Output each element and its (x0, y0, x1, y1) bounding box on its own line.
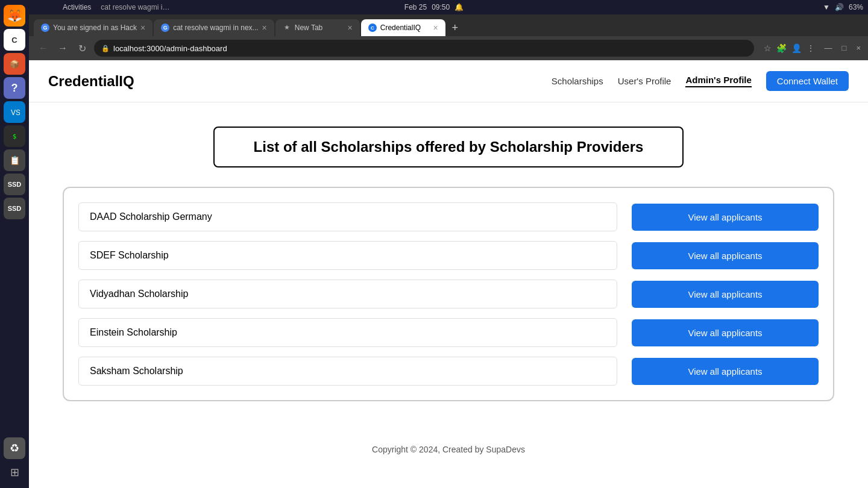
scholarship-row: SDEF ScholarshipView all applicants (78, 241, 819, 270)
back-button[interactable]: ← (36, 43, 51, 54)
bookmark-star-icon[interactable]: ☆ (764, 43, 772, 53)
maximize-button[interactable]: □ (842, 43, 847, 53)
main-wrapper: Activities cat resolve wagmi in nex... F… (29, 0, 868, 474)
tab-signed-in[interactable]: G You are signed in as Hack × (34, 19, 153, 36)
nav-user-profile[interactable]: User's Profile (618, 76, 671, 86)
tab-label-1: You are signed in as Hack (53, 23, 137, 32)
taskbar-files[interactable]: 📋 (4, 149, 25, 171)
url-display: localhost:3000/admin-dashboard (113, 44, 227, 53)
wifi-icon: ▼ (823, 3, 830, 11)
tab-favicon-2: G (161, 23, 169, 32)
datetime-display: Feb 25 09:50 🔔 (404, 3, 464, 11)
minimize-button[interactable]: — (825, 43, 832, 53)
tab-close-2[interactable]: × (262, 23, 267, 33)
scholarship-name-4: Saksham Scholarship (78, 357, 617, 386)
browser-addressbar: ← → ↻ 🔒 localhost:3000/admin-dashboard ☆… (29, 36, 868, 60)
tab-new[interactable]: ★ New Tab × (275, 19, 360, 36)
taskbar-software-center[interactable]: 📦 (4, 53, 25, 75)
os-taskbar: 🦊 C 📦 ? VS $ 📋 SSD SSD ♻ ⊞ (0, 0, 29, 474)
system-topbar-left: Activities cat resolve wagmi in nex... (63, 3, 173, 11)
date-display: Feb 25 (404, 3, 427, 11)
tab-label-2: cat resolve wagmi in nex... (173, 23, 258, 32)
tab-close-4[interactable]: × (433, 23, 438, 33)
tab-favicon-3: ★ (283, 23, 291, 32)
taskbar-apps-grid[interactable]: ⊞ (4, 461, 25, 474)
browser-tabs: G You are signed in as Hack × G cat reso… (29, 14, 868, 36)
view-applicants-button-2[interactable]: View all applicants (632, 281, 819, 308)
app-header: CredentialIQ Scholarships User's Profile… (29, 60, 868, 102)
page-content: List of all Scholarships offered by Scho… (29, 102, 868, 425)
volume-icon: 🔊 (835, 3, 844, 11)
browser-chrome: G You are signed in as Hack × G cat reso… (29, 14, 868, 60)
tab-favicon-1: G (41, 23, 49, 32)
scholarship-name-2: Vidyadhan Scholarship (78, 280, 617, 308)
view-applicants-button-0[interactable]: View all applicants (632, 204, 819, 231)
forward-button[interactable]: → (55, 43, 70, 54)
alarm-icon: 🔔 (454, 3, 464, 11)
view-applicants-button-1[interactable]: View all applicants (632, 242, 819, 269)
taskbar-recycle[interactable]: ♻ (4, 437, 25, 459)
scholarship-row: Einstein ScholarshipView all applicants (78, 318, 819, 347)
system-topbar-right: ▼ 🔊 63% (823, 3, 863, 11)
tab-favicon-4: C (368, 23, 377, 32)
profile-icon[interactable]: 👤 (791, 43, 802, 53)
svg-text:VS: VS (11, 108, 20, 117)
taskbar-chrome[interactable]: C (4, 29, 25, 51)
system-topbar: Activities cat resolve wagmi in nex... F… (29, 0, 868, 14)
footer-text: Copyright © 2024, Created by SupaDevs (372, 445, 525, 454)
scholarship-row: Saksham ScholarshipView all applicants (78, 357, 819, 386)
tab-close-3[interactable]: × (348, 23, 353, 33)
tab-credentialiq[interactable]: C CredentialIQ × (361, 19, 445, 36)
reload-button[interactable]: ↻ (75, 43, 89, 54)
app-nav: Scholarships User's Profile Admin's Prof… (552, 71, 849, 91)
time-display: 09:50 (432, 3, 450, 11)
extension-puzzle-icon[interactable]: 🧩 (776, 43, 787, 53)
taskbar-vscode[interactable]: VS (4, 101, 25, 123)
view-applicants-button-4[interactable]: View all applicants (632, 358, 819, 385)
app-logo: CredentialIQ (48, 73, 134, 90)
tab-close-1[interactable]: × (140, 23, 145, 33)
nav-scholarships[interactable]: Scholarships (552, 76, 603, 86)
tab-label-4: CredentialIQ (380, 23, 430, 32)
scholarship-name-0: DAAD Scholarship Germany (78, 202, 617, 231)
scholarships-container: DAAD Scholarship GermanyView all applica… (63, 187, 834, 401)
taskbar-ssd2[interactable]: SSD (4, 198, 25, 219)
view-applicants-button-3[interactable]: View all applicants (632, 319, 819, 346)
browser-label: cat resolve wagmi in nex... (101, 3, 173, 11)
activities-label[interactable]: Activities (63, 3, 91, 11)
scholarship-row: DAAD Scholarship GermanyView all applica… (78, 202, 819, 231)
taskbar-help[interactable]: ? (4, 77, 25, 99)
address-bar[interactable]: 🔒 localhost:3000/admin-dashboard (94, 40, 754, 57)
menu-dots-icon[interactable]: ⋮ (807, 43, 815, 53)
tab-wagmi[interactable]: G cat resolve wagmi in nex... × (154, 19, 274, 36)
close-browser-button[interactable]: × (856, 43, 861, 53)
nav-admin-profile[interactable]: Admin's Profile (685, 75, 751, 87)
taskbar-terminal[interactable]: $ (4, 125, 25, 147)
scholarship-name-1: SDEF Scholarship (78, 241, 617, 270)
browser-actions: ☆ 🧩 👤 ⋮ — □ × (764, 43, 861, 53)
scholarship-name-3: Einstein Scholarship (78, 318, 617, 347)
lock-icon: 🔒 (101, 45, 110, 52)
new-tab-button[interactable]: + (447, 19, 464, 36)
taskbar-ssd1[interactable]: SSD (4, 174, 25, 195)
page-title: List of all Scholarships offered by Scho… (213, 127, 684, 167)
scholarship-row: Vidyadhan ScholarshipView all applicants (78, 280, 819, 308)
taskbar-firefox[interactable]: 🦊 (4, 5, 25, 27)
tab-label-3: New Tab (295, 23, 344, 32)
battery-display: 63% (849, 3, 863, 11)
connect-wallet-button[interactable]: Connect Wallet (766, 71, 849, 91)
page-footer: Copyright © 2024, Created by SupaDevs (29, 425, 868, 474)
